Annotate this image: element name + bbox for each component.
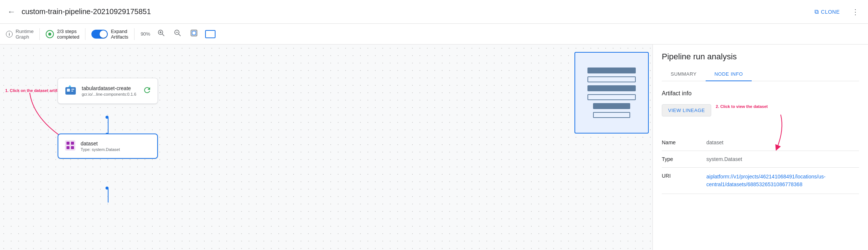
status-item: 2/3 stepscompleted [46,29,79,40]
svg-rect-14 [65,140,75,151]
tab-summary[interactable]: SUMMARY [662,68,706,81]
field-value-name: dataset [692,134,859,151]
svg-rect-17 [67,146,69,149]
right-panel-title: Pipeline run analysis [662,52,859,62]
toolbar: i RuntimeGraph 2/3 stepscompleted Expand… [0,24,868,45]
zoom-level: 90% [140,31,150,37]
status-icon [46,30,54,38]
table-row-type: Type system.Dataset [662,151,859,168]
clone-icon: ⧉ [814,9,819,15]
mini-bar-5 [593,103,630,109]
field-value-uri[interactable]: aiplatform://v1/projects/462141068491/lo… [692,168,859,194]
info-icon: i [6,31,13,37]
table-row-uri: URI aiplatform://v1/projects/46214106849… [662,168,859,194]
graph-area[interactable]: 1. Click on the dataset artifact [0,45,652,250]
lineage-row: VIEW LINEAGE 2. Click to view the datase… [662,104,859,125]
annotation-2: 2. Click to view the dataset [716,104,768,109]
mini-bar-4 [587,94,636,100]
connector-dot-top [106,116,108,119]
connector-line [108,117,108,135]
node-dataset-text: dataset Type: system.Dataset [81,141,120,152]
runtime-graph-item[interactable]: i RuntimeGraph [6,29,33,40]
mini-bar-2 [587,76,636,82]
mini-bar-1 [587,68,636,73]
right-panel-body: Artifact info VIEW LINEAGE 2. Click to v… [653,81,868,250]
node-create-icon [64,83,77,98]
svg-rect-12 [71,91,73,92]
expand-artifacts-label: ExpandArtifacts [111,29,128,40]
node-refresh-button[interactable] [143,86,152,96]
svg-rect-18 [71,146,74,149]
right-panel: Pipeline run analysis SUMMARY NODE INFO … [652,45,868,250]
zoom-in-button[interactable] [156,29,166,39]
zoom-out-button[interactable] [172,29,183,39]
node-create-subtitle: gcr.io/...line-components:0.1.6 [82,92,136,96]
mini-bar-6 [593,112,630,118]
node-dataset-icon [64,139,76,153]
tab-node-info[interactable]: NODE INFO [706,68,752,81]
expand-artifacts-toggle[interactable]: ExpandArtifacts [91,29,128,40]
svg-line-5 [179,34,181,36]
uri-link[interactable]: aiplatform://v1/projects/462141068491/lo… [706,174,826,187]
svg-rect-11 [71,89,74,90]
field-label-type: Type [662,151,692,168]
clone-button[interactable]: ⧉ CLONE [810,6,844,17]
header: ← custom-train-pipeline-20210929175851 ⧉… [0,0,868,24]
divider2 [85,28,85,40]
annotation-1: 1. Click on the dataset artifact [5,88,63,93]
field-label-name: Name [662,134,692,151]
clone-label: CLONE [821,9,840,15]
connector-dot-bottom2 [106,187,108,190]
toggle-knob [100,30,107,38]
artifact-info-table: Name dataset Type system.Dataset URI aip… [662,134,859,194]
node-dataset-title: dataset [81,141,120,147]
svg-marker-13 [68,85,71,87]
field-label-uri: URI [662,168,692,194]
divider [39,28,40,40]
more-button[interactable]: ⋮ [849,6,862,18]
node-dataset[interactable]: dataset Type: system.Dataset [58,134,158,159]
zoom-fit-button[interactable] [189,29,199,39]
table-row-name: Name dataset [662,134,859,151]
view-lineage-button[interactable]: VIEW LINEAGE [662,104,711,116]
toggle-switch[interactable] [91,30,108,39]
node-dataset-subtitle: Type: system.Dataset [81,147,120,152]
runtime-graph-label: RuntimeGraph [16,29,33,40]
main-content: 1. Click on the dataset artifact [0,45,868,250]
svg-rect-16 [71,142,74,145]
mini-bar-3 [587,85,636,91]
node-create-title: tabulardataset-create [82,85,136,91]
field-value-type: system.Dataset [692,151,859,168]
svg-rect-10 [67,89,70,92]
divider3 [134,28,135,40]
node-create-text: tabulardataset-create gcr.io/...line-com… [82,85,136,96]
fit-screen-button[interactable] [205,30,216,38]
node-create[interactable]: tabulardataset-create gcr.io/...line-com… [58,78,158,104]
connector-bottom [108,188,108,203]
status-text: 2/3 stepscompleted [57,29,79,40]
tabs: SUMMARY NODE INFO [662,68,859,81]
svg-rect-8 [192,31,196,35]
svg-rect-15 [67,142,69,145]
back-button[interactable]: ← [6,6,17,18]
right-panel-header: Pipeline run analysis SUMMARY NODE INFO [653,45,868,81]
pipeline-title: custom-train-pipeline-20210929175851 [22,7,806,16]
svg-line-1 [162,34,165,36]
artifact-info-title: Artifact info [662,90,859,97]
mini-preview [574,52,649,134]
